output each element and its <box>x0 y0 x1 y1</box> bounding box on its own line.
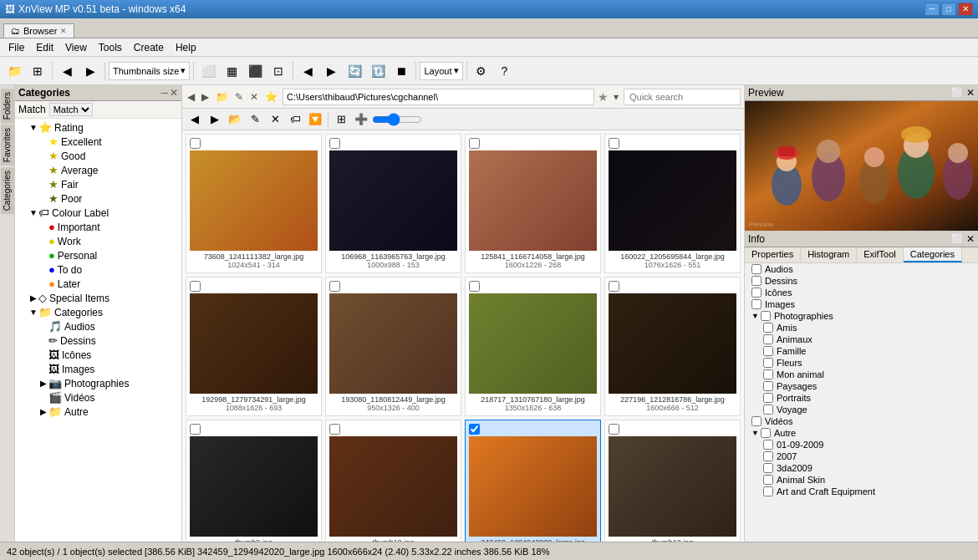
info-category-node[interactable]: Animal Skin <box>745 474 978 486</box>
info-category-node[interactable]: Mon animal <box>745 369 978 380</box>
tb-stop-button[interactable]: ⏹ <box>390 60 412 82</box>
tree-node-images[interactable]: 🖼 Images <box>15 362 181 376</box>
ct-delete-button[interactable]: ✕ <box>266 110 284 129</box>
thumb-checkbox[interactable] <box>609 138 619 149</box>
ct-edit-button[interactable]: ✎ <box>246 110 264 129</box>
thumbnail-item[interactable]: 160022_1205695844_large.jpg 1076x1626 - … <box>604 134 741 273</box>
info-category-checkbox[interactable] <box>763 451 773 461</box>
info-category-node[interactable]: 3da2009 <box>745 462 978 474</box>
ct-size-slider[interactable] <box>372 113 422 126</box>
info-category-node[interactable]: Portraits <box>745 392 978 404</box>
info-expand[interactable]: ⬜ <box>951 233 964 245</box>
tree-node-special-items[interactable]: ▶ ◇ Special Items <box>15 291 181 305</box>
tb-nav-back-button[interactable]: ◀ <box>297 60 318 82</box>
ct-tag-button[interactable]: 🏷 <box>286 110 304 129</box>
tree-node-average[interactable]: ★ Average <box>15 163 181 177</box>
tree-node-important[interactable]: ● Important <box>15 220 181 234</box>
maximize-button[interactable]: □ <box>941 3 956 16</box>
info-category-node[interactable]: Icônes <box>745 287 978 298</box>
close-button[interactable]: ✕ <box>958 3 973 16</box>
tab-histogram[interactable]: Histogram <box>801 247 857 262</box>
menu-view[interactable]: View <box>60 40 92 55</box>
tree-node-icônes[interactable]: 🖼 Icônes <box>15 348 181 362</box>
info-category-node[interactable]: Audios <box>745 263 978 275</box>
title-controls[interactable]: ─ □ ✕ <box>925 3 973 16</box>
tree-node-to-do[interactable]: ● To do <box>15 262 181 277</box>
info-category-node[interactable]: Art and Craft Equipment <box>745 486 978 497</box>
info-category-node[interactable]: Images <box>745 298 978 310</box>
tb-folder-button[interactable]: 📁 <box>3 60 25 82</box>
tab-categories[interactable]: Categories <box>904 247 962 262</box>
tree-node-categories[interactable]: ▼ 📁 Categories <box>15 305 181 319</box>
thumbnail-item[interactable]: 227196_1212816786_large.jpg 1600x666 - 5… <box>604 277 741 416</box>
tab-browser-close[interactable]: ✕ <box>60 27 67 35</box>
thumb-checkbox-area[interactable] <box>609 138 736 149</box>
thumbnail-item[interactable]: 193080_1180812449_large.jpg 950x1326 - 4… <box>325 277 461 416</box>
tree-node-later[interactable]: ● Later <box>15 277 181 291</box>
thumb-checkbox[interactable] <box>329 138 340 149</box>
path-nav-up[interactable]: 📁 <box>214 89 230 104</box>
thumb-checkbox[interactable] <box>329 424 340 435</box>
thumbnail-item[interactable]: thumb9.jpg 1600x1200 - 420 <box>186 420 322 542</box>
thumbnail-item[interactable]: thumb12.jpg 1200x900 - 290 <box>604 420 741 542</box>
minimize-button[interactable]: ─ <box>925 3 940 16</box>
tb-nav-forward-button[interactable]: ▶ <box>320 60 342 82</box>
info-category-checkbox[interactable] <box>763 463 773 473</box>
info-category-node[interactable]: 2007 <box>745 451 978 462</box>
tab-browser[interactable]: 🗂 Browser ✕ <box>3 23 74 38</box>
tree-expand[interactable]: ▼ <box>28 208 38 217</box>
tb-size-btn1[interactable]: ⬜ <box>197 60 219 82</box>
tree-node-good[interactable]: ★ Good <box>15 149 181 163</box>
categories-strip[interactable]: Categories <box>1 167 14 214</box>
tree-node-autre[interactable]: ▶ 📁 Autre <box>15 405 181 419</box>
tree-expand[interactable]: ▼ <box>28 123 38 132</box>
info-category-checkbox[interactable] <box>763 393 773 403</box>
thumb-checkbox-area[interactable] <box>329 138 457 149</box>
tree-expand[interactable]: ▶ <box>28 293 38 303</box>
menu-edit[interactable]: Edit <box>31 40 59 55</box>
thumb-checkbox-area[interactable] <box>469 424 597 435</box>
tb-thumbnails-dropdown[interactable]: Thumbnails size ▾ <box>109 62 190 80</box>
info-category-checkbox[interactable] <box>751 288 762 298</box>
thumb-checkbox[interactable] <box>190 281 201 292</box>
tab-properties[interactable]: Properties <box>745 247 801 262</box>
info-category-checkbox[interactable] <box>751 299 762 309</box>
info-category-node[interactable]: 01-09-2009 <box>745 439 978 451</box>
thumb-checkbox-area[interactable] <box>469 138 597 149</box>
ct-open-button[interactable]: 📂 <box>226 110 244 129</box>
ct-view-button[interactable]: ⊞ <box>332 110 350 129</box>
info-category-checkbox[interactable] <box>763 381 773 391</box>
path-arrow-button[interactable]: ▾ <box>612 89 620 104</box>
thumb-checkbox[interactable] <box>609 424 619 435</box>
preview-controls[interactable]: ⬜ ✕ <box>951 87 975 99</box>
info-category-node[interactable]: Vidéos <box>745 415 978 427</box>
thumbnail-item[interactable]: 192998_1279734291_large.jpg 1088x1626 - … <box>186 277 322 416</box>
info-category-node[interactable]: Paysages <box>745 380 978 392</box>
tree-node-vidéos[interactable]: 🎬 Vidéos <box>15 390 181 405</box>
thumb-checkbox[interactable] <box>190 424 201 435</box>
tree-node-work[interactable]: ● Work <box>15 234 181 248</box>
categories-panel-controls[interactable]: ─ ✕ <box>160 87 178 99</box>
thumbnail-item[interactable]: 125841_1166714058_large.jpg 1600x1226 - … <box>465 134 601 273</box>
path-star-button[interactable]: ★ <box>598 90 609 104</box>
thumb-checkbox-area[interactable] <box>609 424 736 435</box>
tb-prev-folder-button[interactable]: ◀ <box>56 60 78 82</box>
tree-node-poor[interactable]: ★ Poor <box>15 191 181 206</box>
thumb-checkbox[interactable] <box>609 281 619 292</box>
tree-expand[interactable]: ▶ <box>38 407 48 416</box>
favorites-strip[interactable]: Favorites <box>1 125 14 165</box>
tab-exiftool[interactable]: ExifTool <box>857 247 904 262</box>
tb-size-btn3[interactable]: ⬛ <box>244 60 266 82</box>
path-nav-back[interactable]: ◀ <box>186 89 196 104</box>
thumb-checkbox-area[interactable] <box>190 424 318 435</box>
thumb-checkbox-area[interactable] <box>329 281 457 292</box>
tree-node-personal[interactable]: ● Personal <box>15 248 181 262</box>
tb-next-folder-button[interactable]: ▶ <box>79 60 101 82</box>
ct-forward-button[interactable]: ▶ <box>206 110 224 129</box>
thumbnail-area[interactable]: 73608_1241111382_large.jpg 1024x541 - 31… <box>182 130 744 542</box>
ct-zoom-in-button[interactable]: ➕ <box>352 110 370 129</box>
categories-panel-minimize[interactable]: ─ <box>160 87 168 99</box>
path-input[interactable] <box>283 89 594 105</box>
info-category-node[interactable]: Fleurs <box>745 357 978 369</box>
info-category-checkbox[interactable] <box>763 334 773 344</box>
